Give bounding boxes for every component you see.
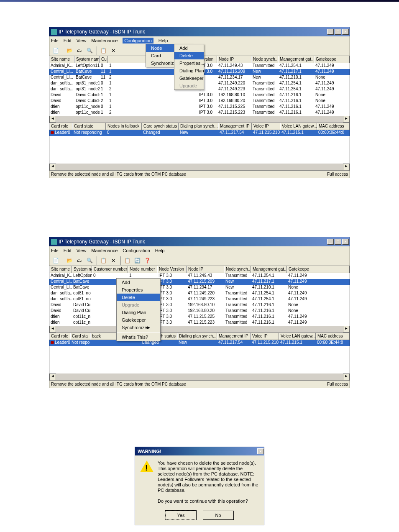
toolbar-btn-5[interactable]: 📋 [99,46,108,55]
node-row[interactable]: dan_softla...opt81_no1IPT 3.047.11.249.2… [49,291,350,297]
col-node-synch[interactable]: Node synch... [224,266,251,273]
menuitem-delete[interactable]: Delete [174,52,204,59]
col-node-ip[interactable]: Node IP [187,266,224,273]
col-node-ip[interactable]: Node IP [217,56,251,63]
menu-edit[interactable]: Edit [64,248,72,253]
menu-maintenance[interactable]: Maintenance [91,248,118,253]
ctx-add[interactable]: Add [117,279,160,286]
yes-button[interactable]: Yes [165,511,196,520]
node-row[interactable]: DavidDavid Cubicle11IPT 3.0192.168.80.10… [49,92,350,98]
col-mgmt-ip[interactable]: Management IP [218,123,252,130]
node-row[interactable]: DavidDavid Cubicle21IPT 3.0192.168.80.20… [49,98,350,104]
col-cust-num[interactable]: Customer number [92,266,128,273]
card-row[interactable]: Leader0 Not responding 0 Changed New 47.… [49,130,350,136]
toolbar-btn-2[interactable]: 📂 [65,46,74,55]
col-site-name[interactable]: Site name [49,266,72,273]
menuitem-add[interactable]: Add [174,44,204,52]
col-nodes-fallback[interactable]: Nodes in fallback [106,123,142,130]
minimize-button[interactable]: _ [327,239,334,245]
toolbar-btn-1[interactable]: 📄 [51,256,60,265]
col-mac[interactable]: MAC address [317,123,350,130]
col-voice-ip[interactable]: Voice IP [252,123,280,130]
col-system-name[interactable]: System name [72,266,92,273]
col-card-role[interactable]: Card role [49,333,70,340]
col-dial-synch[interactable]: Dialing plan synch... [177,333,217,340]
node-row[interactable]: DavidDavid Cu1IPT 3.0192.168.80.20Transm… [49,308,350,314]
ctx-properties[interactable]: Properties [117,286,160,294]
menu-help[interactable]: Help [155,248,165,253]
ctx-synchronize[interactable]: Synchronize▶ [117,324,160,331]
menuitem-properties[interactable]: Properties... [174,59,204,67]
node-row[interactable]: dtienopt11c_n1IPT 3.047.11.215.225Transm… [49,314,350,320]
menu-view[interactable]: View [77,248,87,253]
node-row[interactable]: Central_Li...BatCave1IPT 3.047.11.215.20… [49,279,350,285]
col-voice-lan[interactable]: Voice LAN gatew... [279,333,316,340]
menu-configuration[interactable]: Configuration [123,248,150,253]
ctx-dialing-plan[interactable]: Dialing Plan [117,309,160,316]
node-row[interactable]: dtienopt11c_node212IPT 3.047.11.215.223T… [49,110,350,116]
close-button[interactable]: × [342,29,349,35]
col-node-synch[interactable]: Node synch... [251,56,278,63]
h-scrollbar[interactable]: ◄► [49,326,350,332]
h-scrollbar-2[interactable]: ◄► [49,164,350,170]
ctx-what-s-this-[interactable]: What's This? [117,333,160,341]
col-site-name[interactable]: Site name [49,56,74,63]
toolbar-btn-7[interactable]: 📋 [123,256,132,265]
col-system-name[interactable]: System name [74,56,100,63]
node-row[interactable]: dtienopt11c_n2IPT 3.047.11.215.223Transm… [49,320,350,326]
toolbar-btn-3[interactable]: 🗂 [75,46,84,55]
col-mgmt-gat[interactable]: Management gat... [278,56,314,63]
menu-view[interactable]: View [77,38,87,43]
col-mgmt-ip[interactable]: Management IP [217,333,251,340]
col-voice-lan[interactable]: Voice LAN gatew... [280,123,317,130]
ctx-delete[interactable]: Delete [117,294,160,301]
ctx-gatekeeper[interactable]: Gatekeeper [117,316,160,324]
col-card-synch[interactable]: Card synch status [142,123,179,130]
toolbar-btn-3[interactable]: 🗂 [75,256,84,265]
node-row[interactable]: dan_softla...opt81_no2IPT 3.047.11.249.2… [49,297,350,302]
toolbar-btn-4[interactable]: 🔍 [85,256,94,265]
toolbar-btn-8[interactable]: 🔄 [133,256,142,265]
toolbar-btn-2[interactable]: 📂 [65,256,74,265]
col-cu[interactable]: Cu [100,56,108,63]
col-node-ver[interactable]: Node Version [157,266,187,273]
col-card-state[interactable]: Card state [72,123,106,130]
maximize-button[interactable]: □ [335,29,341,35]
menubar: File Edit View Maintenance Configuration… [49,36,350,45]
col-mac[interactable]: MAC address [316,333,350,340]
minimize-button[interactable]: _ [327,29,334,35]
close-button[interactable]: × [342,239,349,245]
col-card-state[interactable]: Card sta [70,333,90,340]
menuitem-gatekeeper[interactable]: Gatekeeper [174,74,204,82]
menu-help[interactable]: Help [159,38,168,43]
col-gatekeeper[interactable]: Gatekeepe [314,56,350,63]
toolbar-btn-4[interactable]: 🔍 [85,46,94,55]
node-row[interactable]: Central_Li...BatCave2IPT 3.047.11.234.17… [49,285,350,291]
dialog-close-button[interactable]: × [257,448,264,454]
menuitem-dialing-plan[interactable]: Dialing Plan [174,67,204,74]
h-scrollbar[interactable]: ◄► [49,116,350,123]
col-node-num[interactable]: Node number [128,266,157,273]
menu-maintenance[interactable]: Maintenance [91,38,118,43]
toolbar-btn-6[interactable]: ✕ [109,256,118,265]
col-card-role[interactable]: Card role [49,123,72,130]
col-mgmt-gat[interactable]: Management gat... [251,266,287,273]
col-dial-synch[interactable]: Dialing plan synch... [179,123,218,130]
menu-file[interactable]: File [51,248,59,253]
menu-configuration[interactable]: Configuration [123,38,153,43]
card-row[interactable]: Leader0 Not respo Changed New 47.11.217.… [49,340,350,346]
toolbar-btn-9[interactable]: ❓ [143,256,152,265]
h-scrollbar-2[interactable]: ◄► [49,373,350,380]
toolbar-btn-5[interactable]: 📋 [99,256,108,265]
col-gatekeeper[interactable]: Gatekeepe [287,266,350,273]
col-voice-ip[interactable]: Voice IP [251,333,279,340]
node-row[interactable]: dtienopt11c_node101IPT 3.047.11.215.225T… [49,104,350,110]
toolbar-btn-6[interactable]: ✕ [109,46,118,55]
menu-edit[interactable]: Edit [64,38,72,43]
toolbar-btn-1[interactable]: 📄 [51,46,60,55]
node-row[interactable]: DavidDavid Cu1IPT 3.0192.168.80.10Transm… [49,302,350,308]
menu-file[interactable]: File [51,38,59,43]
maximize-button[interactable]: □ [335,239,341,245]
no-button[interactable]: No [203,511,234,520]
node-row[interactable]: Admiral_K...LeftOption1101IPT 3.047.11.2… [49,273,350,279]
